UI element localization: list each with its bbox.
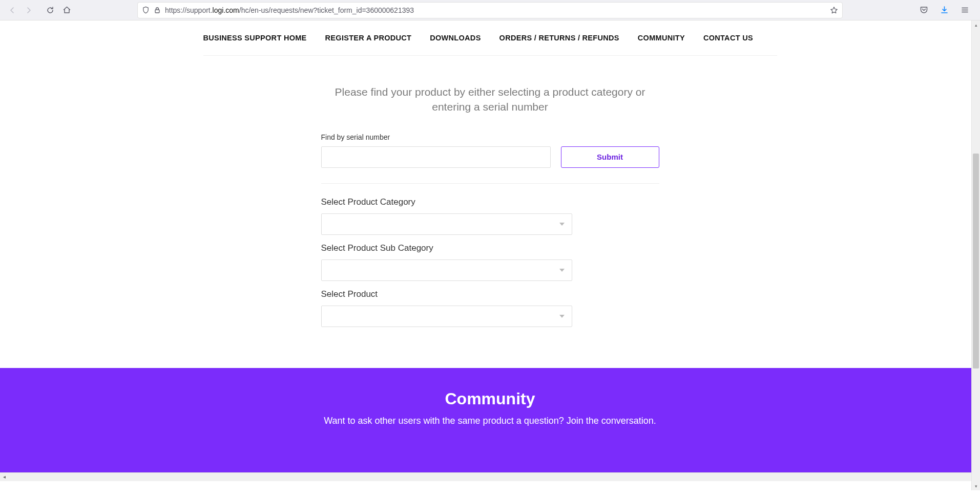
- community-section: Community Want to ask other users with t…: [0, 368, 980, 472]
- chevron-down-icon: [559, 315, 565, 318]
- lock-icon: [154, 7, 161, 14]
- nav-downloads[interactable]: DOWNLOADS: [430, 34, 481, 42]
- serial-number-label: Find by serial number: [321, 133, 659, 141]
- scrollbar-thumb[interactable]: [973, 154, 979, 368]
- product-subcategory-label: Select Product Sub Category: [321, 243, 659, 253]
- product-label: Select Product: [321, 289, 659, 299]
- url-text: https://support.logi.com/hc/en-us/reques…: [165, 6, 826, 14]
- pocket-icon[interactable]: [916, 3, 931, 17]
- nav-orders-returns-refunds[interactable]: ORDERS / RETURNS / REFUNDS: [499, 34, 619, 42]
- vertical-scrollbar[interactable]: ▴ ▾: [971, 20, 980, 481]
- product-category-label: Select Product Category: [321, 197, 659, 207]
- serial-number-input[interactable]: [321, 146, 551, 168]
- page-content: BUSINESS SUPPORT HOME REGISTER A PRODUCT…: [0, 20, 980, 472]
- svg-rect-0: [155, 10, 159, 13]
- forward-button[interactable]: [22, 3, 36, 17]
- reload-button[interactable]: [43, 3, 57, 17]
- community-heading: Community: [10, 389, 970, 408]
- horizontal-scrollbar[interactable]: ◂: [0, 472, 980, 481]
- address-bar[interactable]: https://support.logi.com/hc/en-us/reques…: [137, 2, 843, 18]
- bookmark-star-icon[interactable]: [830, 6, 838, 14]
- app-menu-icon[interactable]: [957, 3, 972, 17]
- submit-button[interactable]: Submit: [561, 146, 659, 168]
- chevron-down-icon: [559, 223, 565, 226]
- community-subtext: Want to ask other users with the same pr…: [10, 416, 970, 426]
- downloads-icon[interactable]: [937, 3, 951, 17]
- scroll-left-icon[interactable]: ◂: [0, 472, 9, 481]
- browser-toolbar: https://support.logi.com/hc/en-us/reques…: [0, 0, 980, 20]
- scroll-up-icon[interactable]: ▴: [972, 20, 980, 29]
- intro-text: Please find your product by either selec…: [321, 84, 659, 115]
- back-button[interactable]: [5, 3, 19, 17]
- product-category-select[interactable]: [321, 213, 572, 235]
- home-button[interactable]: [59, 3, 74, 17]
- chevron-down-icon: [559, 269, 565, 272]
- main-nav: BUSINESS SUPPORT HOME REGISTER A PRODUCT…: [203, 20, 777, 56]
- shield-icon: [142, 6, 150, 14]
- nav-business-support-home[interactable]: BUSINESS SUPPORT HOME: [203, 34, 307, 42]
- nav-register-product[interactable]: REGISTER A PRODUCT: [325, 34, 412, 42]
- product-select[interactable]: [321, 306, 572, 327]
- product-subcategory-select[interactable]: [321, 259, 572, 281]
- nav-community[interactable]: COMMUNITY: [638, 34, 685, 42]
- nav-contact-us[interactable]: CONTACT US: [703, 34, 753, 42]
